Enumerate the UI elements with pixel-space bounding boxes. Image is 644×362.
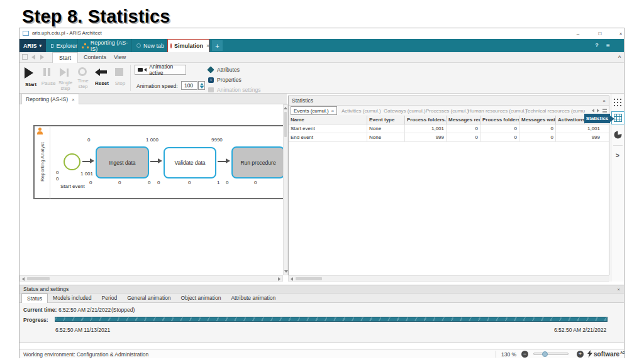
tab-models-included[interactable]: Models included [48,293,96,303]
sim-counter: 0 [254,180,257,185]
stop-button[interactable]: Stop [113,66,128,91]
animation-speed-label: Animation speed: [136,83,178,89]
scroll-right-icon[interactable] [278,277,280,281]
tab-period[interactable]: Period [97,293,123,303]
scrollbar-thumb[interactable] [27,277,50,280]
scroll-down-icon[interactable] [284,270,288,273]
tab-scroll-right-icon[interactable] [597,109,599,112]
ribbon-tab-start[interactable]: Start [52,52,78,63]
stat-tab-human-resources[interactable]: Human resources (cumul.) [468,108,527,114]
single-step-button[interactable]: Single step [57,66,74,94]
stat-tab-activities[interactable]: Activities (cumul.) [341,108,381,114]
document-tab-reporting[interactable]: Reporting (AS-IS) × [21,94,79,104]
expand-chevron-icon[interactable]: > [614,151,621,159]
pause-icon [43,68,56,76]
animation-active-button[interactable]: Animation active [135,65,186,75]
diagram-hscrollbar[interactable] [19,275,283,282]
col-event-type[interactable]: Event type [367,116,405,124]
add-tab-button[interactable]: + [212,40,223,51]
sim-counter: 0 [226,180,228,185]
zoom-in-button[interactable]: + [577,351,584,358]
tab-attribute-animation[interactable]: Attribute animation [226,293,280,303]
close-panel-icon[interactable]: × [602,98,606,104]
strip-divider [613,145,623,146]
node-ingest-data[interactable]: Ingest data [96,146,149,178]
scroll-up-icon[interactable] [284,107,287,109]
stat-tab-gateways[interactable]: Gateways (cumul.) [384,108,426,114]
sim-counter: 0 [56,170,58,175]
help-icon[interactable]: ? [593,41,601,50]
menu-icon[interactable]: ≡ [604,41,612,50]
col-process-folders-1[interactable]: Process folders... [405,116,447,124]
table-row[interactable]: Start event None 1,001 0 0 0 1,001 [289,124,609,133]
close-tab-icon[interactable]: × [331,108,335,114]
statistics-hscrollbar[interactable] [288,275,609,282]
maximize-button[interactable]: □ [595,29,605,38]
animation-settings-button[interactable]: Animation settings [208,87,260,93]
tab-reporting-as-is[interactable]: Reporting (AS-IS) [80,39,132,52]
app-icon [23,31,29,36]
close-button[interactable]: × [616,29,626,38]
pause-button[interactable]: Pause [41,66,56,91]
scroll-left-icon[interactable] [291,277,293,281]
zoom-out-button[interactable]: − [521,351,528,358]
save-icon[interactable] [22,54,28,60]
ribbon-tab-view[interactable]: View [108,52,132,62]
software-ag-logo: software AG [587,350,625,358]
reset-button[interactable]: Reset [94,66,110,91]
aris-menu-button[interactable]: ARIS ▾ [19,39,46,52]
collapse-ribbon-icon[interactable]: ^ [616,53,623,61]
tab-explorer[interactable]: Explorer [48,39,78,52]
stat-tab-events[interactable]: Events (cumul.) × [291,106,337,115]
close-document-icon[interactable]: × [72,97,75,102]
attributes-button[interactable]: Attributes [208,67,240,73]
close-panel-icon[interactable]: × [617,287,620,292]
pie-chart-icon[interactable] [614,130,622,138]
table-row[interactable]: End event None 999 0 0 0 999 [289,133,609,142]
zoom-slider[interactable] [533,353,569,355]
close-tab-icon[interactable]: × [206,43,209,49]
undo-icon[interactable] [31,55,35,60]
properties-button[interactable]: i Properties [208,77,242,83]
tab-status[interactable]: Status [21,293,48,303]
minimize-button[interactable]: – [573,29,583,38]
diagram-canvas[interactable]: Reporting Analyst Ingest data Validate d… [19,104,283,275]
tab-simulation[interactable]: Simulation × [167,39,209,52]
animation-speed-input[interactable]: 100 [181,81,197,90]
tab-list-icon[interactable] [602,109,607,112]
start-event-node[interactable] [64,153,80,170]
tab-scroll-left-icon[interactable] [592,109,594,112]
stop-icon [115,68,123,76]
statistics-table-header: Name Event type Process folders... Messa… [289,115,609,124]
monitor-icon [51,44,53,48]
col-messages-received[interactable]: Messages recei... [447,116,480,124]
chevron-down-icon: ▾ [40,43,42,48]
stat-tab-processes[interactable]: Processes (cumul.) [426,108,469,114]
layout-dots-icon[interactable] [614,97,621,105]
simulation-toolbar: Start Pause Single step Time step [19,63,624,94]
tab-new-tab[interactable]: New tab [134,39,165,52]
simulation-state: (Stopped) [111,307,135,313]
diagram-vscrollbar[interactable] [283,104,288,275]
col-name[interactable]: Name [289,116,367,124]
col-activations[interactable]: Activations [556,116,585,124]
col-process-folders-2[interactable]: Process folders... [480,116,519,124]
stepper-up-icon[interactable] [200,83,204,85]
stat-tab-technical-resources[interactable]: Technical resources (cumu [525,108,588,114]
sim-counter: 0 [89,180,92,185]
scrollbar-thumb[interactable] [296,277,322,280]
time-step-button[interactable]: Time step [75,66,91,94]
col-messages-waiting[interactable]: Messages waiti... [519,116,556,124]
tab-general-animation[interactable]: General animation [122,293,175,303]
node-run-procedure[interactable]: Run procedure [231,146,283,178]
start-button[interactable]: Start [23,66,38,91]
swimlane-label: Reporting Analyst [40,142,45,182]
scroll-left-icon[interactable] [22,277,25,281]
node-validate-data[interactable]: Validate data [164,147,216,178]
animation-speed-stepper[interactable] [198,81,205,90]
redo-icon[interactable] [40,55,44,60]
scrollbar-thumb[interactable] [284,112,287,137]
tab-object-animation[interactable]: Object animation [176,293,226,303]
zoom-slider-handle[interactable] [542,351,548,357]
stepper-down-icon[interactable] [200,86,204,89]
